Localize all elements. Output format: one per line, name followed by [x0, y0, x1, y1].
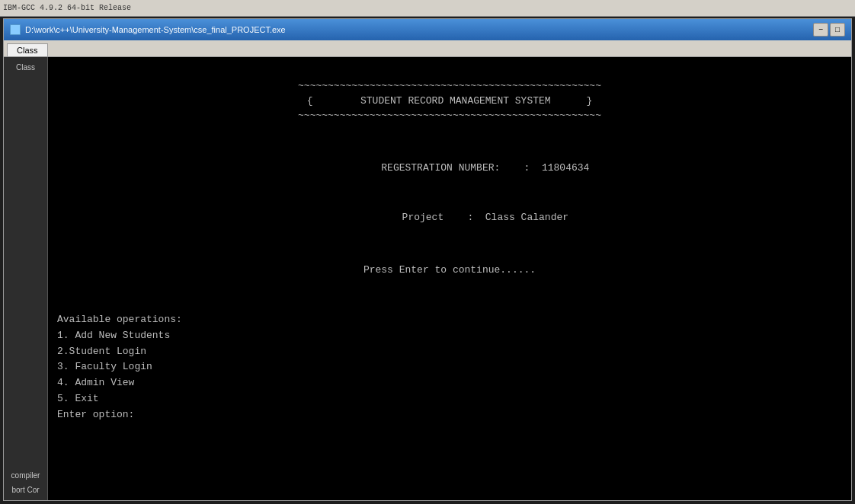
project-value: Class Calander — [485, 212, 568, 223]
press-enter-line: Press Enter to continue...... — [363, 263, 536, 278]
minimize-button[interactable]: − — [813, 23, 828, 37]
window-controls[interactable]: − □ — [813, 23, 845, 37]
spacer-3 — [57, 298, 842, 312]
title-left: D:\work\c++\University-Management-System… — [10, 24, 286, 35]
enter-option-line: Enter option: — [57, 407, 842, 423]
sidebar: Class compiler bort Cor — [4, 57, 48, 500]
op2-line: 2.Student Login — [57, 344, 842, 360]
reg-sep: : — [500, 162, 542, 174]
window-title: D:\work\c++\University-Management-System… — [25, 25, 286, 34]
project-sep: : — [444, 212, 485, 223]
op3-line: 3. Faculty Login — [57, 359, 842, 375]
info-block: REGESTRATION NUMBER: : 11804634 Project … — [57, 146, 842, 278]
os-toolbar: IBM-GCC 4.9.2 64-bit Release — [0, 0, 855, 17]
sidebar-bottom: compiler bort Cor — [4, 468, 47, 497]
sidebar-item-compiler[interactable]: compiler — [4, 468, 47, 483]
tilde-line-1: ~~~~~~~~~~~~~~~~~~~~~~~~~~~~~~~~~~~~~~~~… — [298, 78, 601, 94]
op5-line: 5. Exit — [57, 391, 842, 407]
op4-line: 4. Admin View — [57, 375, 842, 391]
window-icon — [10, 24, 21, 35]
maximize-button[interactable]: □ — [830, 23, 845, 37]
header-line: { STUDENT RECORD MANAGEMENT SYSTEM } — [307, 94, 592, 109]
sidebar-item-abort[interactable]: bort Cor — [4, 483, 47, 497]
tab-bar: Class — [4, 40, 851, 57]
console-header: ~~~~~~~~~~~~~~~~~~~~~~~~~~~~~~~~~~~~~~~~… — [57, 78, 842, 123]
sidebar-item-class[interactable]: Class — [4, 60, 47, 75]
spacer-2 — [57, 285, 842, 298]
main-layout: Class compiler bort Cor ~~~~~~~~~~~~~~~~… — [4, 57, 851, 500]
project-label: Project — [402, 212, 444, 223]
window-titlebar: D:\work\c++\University-Management-System… — [4, 19, 851, 40]
console-area[interactable]: ~~~~~~~~~~~~~~~~~~~~~~~~~~~~~~~~~~~~~~~~… — [48, 57, 851, 500]
tilde-line-2: ~~~~~~~~~~~~~~~~~~~~~~~~~~~~~~~~~~~~~~~~… — [298, 108, 601, 123]
ibm-gcc-label: IBM-GCC 4.9.2 64-bit Release — [3, 4, 131, 12]
toolbar-icons: IBM-GCC 4.9.2 64-bit Release — [3, 4, 131, 12]
main-window: D:\work\c++\University-Management-System… — [3, 18, 852, 501]
available-ops-line: Available operations: — [57, 312, 842, 328]
class-tab[interactable]: Class — [7, 43, 48, 56]
reg-label: REGESTRATION NUMBER: — [381, 162, 500, 174]
menu-block: Available operations: 1. Add New Student… — [57, 312, 842, 423]
project-line: Project : Class Calander — [331, 195, 568, 240]
reg-line: REGESTRATION NUMBER: : 11804634 — [310, 146, 590, 191]
console-content: ~~~~~~~~~~~~~~~~~~~~~~~~~~~~~~~~~~~~~~~~… — [57, 63, 842, 494]
op1-line: 1. Add New Students — [57, 328, 842, 344]
reg-value: 11804634 — [542, 162, 589, 174]
